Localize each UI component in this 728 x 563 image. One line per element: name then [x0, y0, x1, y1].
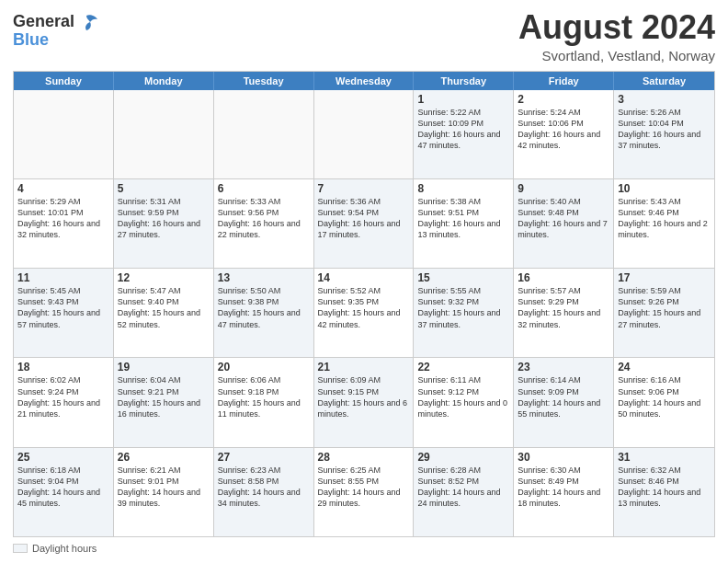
- day-info: Sunrise: 5:50 AM Sunset: 9:38 PM Dayligh…: [218, 285, 310, 330]
- day-info: Sunrise: 5:55 AM Sunset: 9:32 PM Dayligh…: [417, 285, 509, 330]
- day-number: 1: [417, 93, 509, 106]
- calendar-cell: 29Sunrise: 6:28 AM Sunset: 8:52 PM Dayli…: [414, 448, 514, 536]
- day-info: Sunrise: 5:57 AM Sunset: 9:29 PM Dayligh…: [518, 285, 609, 330]
- calendar-row: 4Sunrise: 5:29 AM Sunset: 10:01 PM Dayli…: [14, 178, 714, 268]
- legend: Daylight hours: [13, 543, 715, 554]
- day-number: 26: [118, 451, 210, 464]
- day-info: Sunrise: 5:59 AM Sunset: 9:26 PM Dayligh…: [618, 285, 711, 330]
- day-number: 4: [17, 182, 109, 195]
- day-number: 15: [417, 271, 509, 284]
- day-number: 19: [118, 361, 210, 373]
- weekday-header: Thursday: [414, 72, 514, 90]
- weekday-header: Monday: [114, 72, 214, 90]
- calendar-cell: 20Sunrise: 6:06 AM Sunset: 9:18 PM Dayli…: [214, 358, 314, 446]
- calendar-cell: 30Sunrise: 6:30 AM Sunset: 8:49 PM Dayli…: [514, 448, 614, 536]
- day-info: Sunrise: 5:36 AM Sunset: 9:54 PM Dayligh…: [318, 196, 410, 241]
- day-info: Sunrise: 5:24 AM Sunset: 10:06 PM Daylig…: [518, 107, 609, 152]
- day-info: Sunrise: 5:47 AM Sunset: 9:40 PM Dayligh…: [118, 285, 210, 330]
- day-info: Sunrise: 6:30 AM Sunset: 8:49 PM Dayligh…: [518, 465, 609, 510]
- day-number: 25: [17, 451, 109, 464]
- logo-bird-icon: [77, 14, 97, 30]
- legend-label: Daylight hours: [32, 543, 97, 554]
- day-number: 30: [518, 451, 609, 464]
- calendar-cell: 8Sunrise: 5:38 AM Sunset: 9:51 PM Daylig…: [414, 179, 514, 268]
- day-info: Sunrise: 6:14 AM Sunset: 9:09 PM Dayligh…: [518, 374, 609, 419]
- day-number: 10: [618, 182, 711, 195]
- calendar-cell: 26Sunrise: 6:21 AM Sunset: 9:01 PM Dayli…: [114, 448, 214, 536]
- day-info: Sunrise: 5:43 AM Sunset: 9:46 PM Dayligh…: [618, 196, 711, 241]
- day-info: Sunrise: 6:04 AM Sunset: 9:21 PM Dayligh…: [118, 374, 210, 419]
- day-number: 17: [618, 271, 711, 284]
- logo-text: General Blue: [13, 13, 97, 50]
- calendar-cell: 24Sunrise: 6:16 AM Sunset: 9:06 PM Dayli…: [614, 358, 714, 446]
- day-info: Sunrise: 6:21 AM Sunset: 9:01 PM Dayligh…: [118, 465, 210, 510]
- calendar-cell: 19Sunrise: 6:04 AM Sunset: 9:21 PM Dayli…: [114, 358, 214, 446]
- calendar-cell: 1Sunrise: 5:22 AM Sunset: 10:09 PM Dayli…: [414, 90, 514, 178]
- weekday-header: Sunday: [14, 72, 114, 90]
- calendar-cell: 3Sunrise: 5:26 AM Sunset: 10:04 PM Dayli…: [614, 90, 714, 178]
- day-number: 23: [518, 361, 609, 373]
- day-info: Sunrise: 6:18 AM Sunset: 9:04 PM Dayligh…: [17, 465, 109, 510]
- calendar-cell: 13Sunrise: 5:50 AM Sunset: 9:38 PM Dayli…: [214, 269, 314, 357]
- day-number: 24: [618, 361, 711, 373]
- calendar-cell: 25Sunrise: 6:18 AM Sunset: 9:04 PM Dayli…: [14, 448, 114, 536]
- calendar-body: 1Sunrise: 5:22 AM Sunset: 10:09 PM Dayli…: [14, 90, 714, 536]
- day-info: Sunrise: 5:45 AM Sunset: 9:43 PM Dayligh…: [17, 285, 109, 330]
- day-info: Sunrise: 5:31 AM Sunset: 9:59 PM Dayligh…: [118, 196, 210, 241]
- day-info: Sunrise: 6:23 AM Sunset: 8:58 PM Dayligh…: [218, 465, 310, 510]
- day-number: 11: [17, 271, 109, 284]
- calendar-row: 11Sunrise: 5:45 AM Sunset: 9:43 PM Dayli…: [14, 268, 714, 357]
- calendar-cell: 22Sunrise: 6:11 AM Sunset: 9:12 PM Dayli…: [414, 358, 514, 446]
- calendar-cell: 15Sunrise: 5:55 AM Sunset: 9:32 PM Dayli…: [414, 269, 514, 357]
- day-info: Sunrise: 5:29 AM Sunset: 10:01 PM Daylig…: [17, 196, 109, 241]
- day-info: Sunrise: 5:22 AM Sunset: 10:09 PM Daylig…: [417, 107, 509, 152]
- calendar-cell: 9Sunrise: 5:40 AM Sunset: 9:48 PM Daylig…: [514, 179, 614, 268]
- calendar-cell: 14Sunrise: 5:52 AM Sunset: 9:35 PM Dayli…: [314, 269, 415, 357]
- day-number: 5: [118, 182, 210, 195]
- calendar-cell: 5Sunrise: 5:31 AM Sunset: 9:59 PM Daylig…: [114, 179, 214, 268]
- logo-blue: Blue: [13, 31, 97, 50]
- calendar-cell: [14, 90, 114, 178]
- calendar-cell: [114, 90, 214, 178]
- location: Svortland, Vestland, Norway: [518, 48, 715, 63]
- day-number: 6: [218, 182, 310, 195]
- calendar-cell: 7Sunrise: 5:36 AM Sunset: 9:54 PM Daylig…: [314, 179, 415, 268]
- day-info: Sunrise: 6:06 AM Sunset: 9:18 PM Dayligh…: [218, 374, 310, 419]
- day-info: Sunrise: 5:38 AM Sunset: 9:51 PM Dayligh…: [417, 196, 509, 241]
- calendar-cell: 28Sunrise: 6:25 AM Sunset: 8:55 PM Dayli…: [314, 448, 415, 536]
- calendar-cell: 2Sunrise: 5:24 AM Sunset: 10:06 PM Dayli…: [514, 90, 614, 178]
- calendar-cell: 27Sunrise: 6:23 AM Sunset: 8:58 PM Dayli…: [214, 448, 314, 536]
- calendar-cell: [214, 90, 314, 178]
- day-info: Sunrise: 5:26 AM Sunset: 10:04 PM Daylig…: [618, 107, 711, 152]
- day-info: Sunrise: 6:02 AM Sunset: 9:24 PM Dayligh…: [17, 374, 109, 419]
- month-year: August 2024: [518, 9, 715, 46]
- day-number: 21: [318, 361, 410, 373]
- header: General Blue August 2024 Svortland, Vest…: [13, 9, 715, 63]
- day-info: Sunrise: 6:11 AM Sunset: 9:12 PM Dayligh…: [417, 374, 509, 419]
- logo-general: General: [13, 13, 74, 31]
- day-number: 3: [618, 93, 711, 106]
- weekday-header: Tuesday: [214, 72, 314, 90]
- legend-box: [13, 544, 28, 553]
- day-info: Sunrise: 6:16 AM Sunset: 9:06 PM Dayligh…: [618, 374, 711, 419]
- calendar-cell: 18Sunrise: 6:02 AM Sunset: 9:24 PM Dayli…: [14, 358, 114, 446]
- day-number: 22: [417, 361, 509, 373]
- day-info: Sunrise: 5:40 AM Sunset: 9:48 PM Dayligh…: [518, 196, 609, 241]
- day-info: Sunrise: 5:52 AM Sunset: 9:35 PM Dayligh…: [318, 285, 410, 330]
- logo: General Blue: [13, 13, 97, 50]
- day-number: 16: [518, 271, 609, 284]
- calendar-header: SundayMondayTuesdayWednesdayThursdayFrid…: [14, 72, 714, 90]
- calendar-cell: 11Sunrise: 5:45 AM Sunset: 9:43 PM Dayli…: [14, 269, 114, 357]
- calendar-cell: 21Sunrise: 6:09 AM Sunset: 9:15 PM Dayli…: [314, 358, 415, 446]
- day-number: 28: [318, 451, 410, 464]
- day-number: 14: [318, 271, 410, 284]
- day-number: 12: [118, 271, 210, 284]
- weekday-header: Wednesday: [314, 72, 415, 90]
- calendar-cell: 12Sunrise: 5:47 AM Sunset: 9:40 PM Dayli…: [114, 269, 214, 357]
- calendar: SundayMondayTuesdayWednesdayThursdayFrid…: [13, 71, 715, 537]
- calendar-row: 25Sunrise: 6:18 AM Sunset: 9:04 PM Dayli…: [14, 447, 714, 536]
- calendar-row: 1Sunrise: 5:22 AM Sunset: 10:09 PM Dayli…: [14, 90, 714, 178]
- day-number: 31: [618, 451, 711, 464]
- calendar-cell: 6Sunrise: 5:33 AM Sunset: 9:56 PM Daylig…: [214, 179, 314, 268]
- day-number: 13: [218, 271, 310, 284]
